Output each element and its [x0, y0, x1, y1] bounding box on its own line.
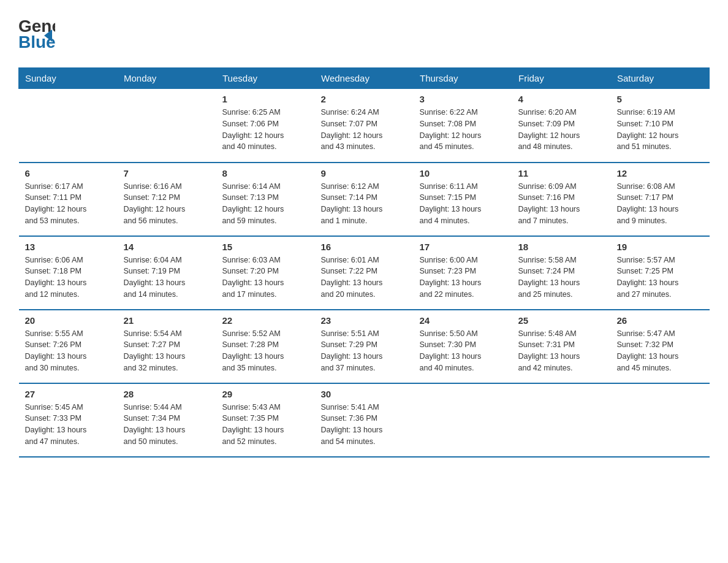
day-info: Sunrise: 6:11 AMSunset: 7:15 PMDaylight:…: [420, 181, 506, 227]
day-info: Sunrise: 5:58 AMSunset: 7:24 PMDaylight:…: [518, 255, 605, 301]
calendar-cell: 11Sunrise: 6:09 AMSunset: 7:16 PMDayligh…: [512, 163, 611, 236]
day-number: 26: [617, 315, 703, 326]
day-info: Sunrise: 5:45 AMSunset: 7:33 PMDaylight:…: [25, 402, 112, 448]
calendar-cell: 3Sunrise: 6:22 AMSunset: 7:08 PMDaylight…: [414, 89, 512, 163]
calendar-cell: 29Sunrise: 5:43 AMSunset: 7:35 PMDayligh…: [216, 383, 315, 457]
calendar-cell: 8Sunrise: 6:14 AMSunset: 7:13 PMDaylight…: [216, 163, 315, 236]
calendar-table: Sunday Monday Tuesday Wednesday Thursday…: [18, 67, 710, 458]
col-friday: Friday: [512, 68, 611, 89]
calendar-week-2: 6Sunrise: 6:17 AMSunset: 7:11 PMDaylight…: [19, 163, 710, 236]
day-number: 6: [25, 168, 112, 178]
calendar-cell: 2Sunrise: 6:24 AMSunset: 7:07 PMDaylight…: [315, 89, 414, 163]
day-info: Sunrise: 5:52 AMSunset: 7:28 PMDaylight:…: [222, 328, 309, 374]
day-number: 27: [25, 389, 112, 399]
day-info: Sunrise: 5:44 AMSunset: 7:34 PMDaylight:…: [124, 402, 210, 448]
calendar-cell: 30Sunrise: 5:41 AMSunset: 7:36 PMDayligh…: [315, 383, 414, 457]
calendar-cell: 23Sunrise: 5:51 AMSunset: 7:29 PMDayligh…: [315, 310, 414, 383]
page-header: General Blue: [18, 12, 710, 55]
calendar-cell: 28Sunrise: 5:44 AMSunset: 7:34 PMDayligh…: [118, 383, 216, 457]
day-number: 3: [420, 94, 506, 104]
day-info: Sunrise: 5:57 AMSunset: 7:25 PMDaylight:…: [617, 255, 703, 301]
col-sunday: Sunday: [19, 68, 118, 89]
calendar-cell: 14Sunrise: 6:04 AMSunset: 7:19 PMDayligh…: [118, 236, 216, 310]
calendar-cell: 1Sunrise: 6:25 AMSunset: 7:06 PMDaylight…: [216, 89, 315, 163]
day-number: 21: [124, 315, 210, 326]
day-number: 8: [222, 168, 309, 178]
calendar-cell: [512, 383, 611, 457]
day-number: 17: [420, 242, 506, 252]
day-info: Sunrise: 6:04 AMSunset: 7:19 PMDaylight:…: [124, 255, 210, 301]
svg-text:Blue: Blue: [18, 33, 55, 52]
calendar-cell: 7Sunrise: 6:16 AMSunset: 7:12 PMDaylight…: [118, 163, 216, 236]
day-number: 7: [124, 168, 210, 178]
day-info: Sunrise: 6:14 AMSunset: 7:13 PMDaylight:…: [222, 181, 309, 227]
day-info: Sunrise: 6:19 AMSunset: 7:10 PMDaylight:…: [617, 107, 703, 153]
day-info: Sunrise: 6:17 AMSunset: 7:11 PMDaylight:…: [25, 181, 112, 227]
col-wednesday: Wednesday: [315, 68, 414, 89]
calendar-cell: 6Sunrise: 6:17 AMSunset: 7:11 PMDaylight…: [19, 163, 118, 236]
day-info: Sunrise: 6:03 AMSunset: 7:20 PMDaylight:…: [222, 255, 309, 301]
day-number: 30: [321, 389, 408, 399]
day-number: 14: [124, 242, 210, 252]
day-number: 15: [222, 242, 309, 252]
day-number: 2: [321, 94, 408, 104]
day-number: 9: [321, 168, 408, 178]
col-saturday: Saturday: [611, 68, 710, 89]
calendar-cell: 26Sunrise: 5:47 AMSunset: 7:32 PMDayligh…: [611, 310, 710, 383]
day-info: Sunrise: 5:54 AMSunset: 7:27 PMDaylight:…: [124, 328, 210, 374]
calendar-week-1: 1Sunrise: 6:25 AMSunset: 7:06 PMDaylight…: [19, 89, 710, 163]
day-number: 25: [518, 315, 605, 326]
calendar-week-3: 13Sunrise: 6:06 AMSunset: 7:18 PMDayligh…: [19, 236, 710, 310]
day-info: Sunrise: 5:50 AMSunset: 7:30 PMDaylight:…: [420, 328, 506, 374]
day-number: 24: [420, 315, 506, 326]
day-number: 5: [617, 94, 703, 104]
day-info: Sunrise: 5:48 AMSunset: 7:31 PMDaylight:…: [518, 328, 605, 374]
day-info: Sunrise: 6:09 AMSunset: 7:16 PMDaylight:…: [518, 181, 605, 227]
day-info: Sunrise: 5:47 AMSunset: 7:32 PMDaylight:…: [617, 328, 703, 374]
calendar-cell: 22Sunrise: 5:52 AMSunset: 7:28 PMDayligh…: [216, 310, 315, 383]
calendar-cell: 25Sunrise: 5:48 AMSunset: 7:31 PMDayligh…: [512, 310, 611, 383]
day-info: Sunrise: 6:24 AMSunset: 7:07 PMDaylight:…: [321, 107, 408, 153]
header-row: Sunday Monday Tuesday Wednesday Thursday…: [19, 68, 710, 89]
day-info: Sunrise: 5:55 AMSunset: 7:26 PMDaylight:…: [25, 328, 112, 374]
calendar-cell: 21Sunrise: 5:54 AMSunset: 7:27 PMDayligh…: [118, 310, 216, 383]
day-info: Sunrise: 6:08 AMSunset: 7:17 PMDaylight:…: [617, 181, 703, 227]
calendar-cell: 4Sunrise: 6:20 AMSunset: 7:09 PMDaylight…: [512, 89, 611, 163]
day-number: 22: [222, 315, 309, 326]
calendar-cell: [414, 383, 512, 457]
day-number: 29: [222, 389, 309, 399]
calendar-cell: 15Sunrise: 6:03 AMSunset: 7:20 PMDayligh…: [216, 236, 315, 310]
logo: General Blue: [18, 12, 55, 55]
logo-icon: General Blue: [18, 12, 55, 55]
day-number: 10: [420, 168, 506, 178]
day-info: Sunrise: 5:41 AMSunset: 7:36 PMDaylight:…: [321, 402, 408, 448]
calendar-cell: [19, 89, 118, 163]
day-number: 28: [124, 389, 210, 399]
calendar-cell: 9Sunrise: 6:12 AMSunset: 7:14 PMDaylight…: [315, 163, 414, 236]
day-number: 16: [321, 242, 408, 252]
day-info: Sunrise: 6:01 AMSunset: 7:22 PMDaylight:…: [321, 255, 408, 301]
calendar-cell: 17Sunrise: 6:00 AMSunset: 7:23 PMDayligh…: [414, 236, 512, 310]
calendar-week-4: 20Sunrise: 5:55 AMSunset: 7:26 PMDayligh…: [19, 310, 710, 383]
col-monday: Monday: [118, 68, 216, 89]
day-number: 19: [617, 242, 703, 252]
calendar-cell: 24Sunrise: 5:50 AMSunset: 7:30 PMDayligh…: [414, 310, 512, 383]
calendar-cell: 20Sunrise: 5:55 AMSunset: 7:26 PMDayligh…: [19, 310, 118, 383]
day-info: Sunrise: 6:22 AMSunset: 7:08 PMDaylight:…: [420, 107, 506, 153]
calendar-week-5: 27Sunrise: 5:45 AMSunset: 7:33 PMDayligh…: [19, 383, 710, 457]
calendar-cell: 27Sunrise: 5:45 AMSunset: 7:33 PMDayligh…: [19, 383, 118, 457]
calendar-cell: [118, 89, 216, 163]
day-number: 20: [25, 315, 112, 326]
day-number: 11: [518, 168, 605, 178]
col-thursday: Thursday: [414, 68, 512, 89]
calendar-cell: 19Sunrise: 5:57 AMSunset: 7:25 PMDayligh…: [611, 236, 710, 310]
day-number: 13: [25, 242, 112, 252]
calendar-cell: 18Sunrise: 5:58 AMSunset: 7:24 PMDayligh…: [512, 236, 611, 310]
day-info: Sunrise: 6:25 AMSunset: 7:06 PMDaylight:…: [222, 107, 309, 153]
day-number: 1: [222, 94, 309, 104]
day-info: Sunrise: 6:00 AMSunset: 7:23 PMDaylight:…: [420, 255, 506, 301]
day-info: Sunrise: 6:06 AMSunset: 7:18 PMDaylight:…: [25, 255, 112, 301]
day-info: Sunrise: 6:20 AMSunset: 7:09 PMDaylight:…: [518, 107, 605, 153]
calendar-cell: [611, 383, 710, 457]
calendar-cell: 16Sunrise: 6:01 AMSunset: 7:22 PMDayligh…: [315, 236, 414, 310]
